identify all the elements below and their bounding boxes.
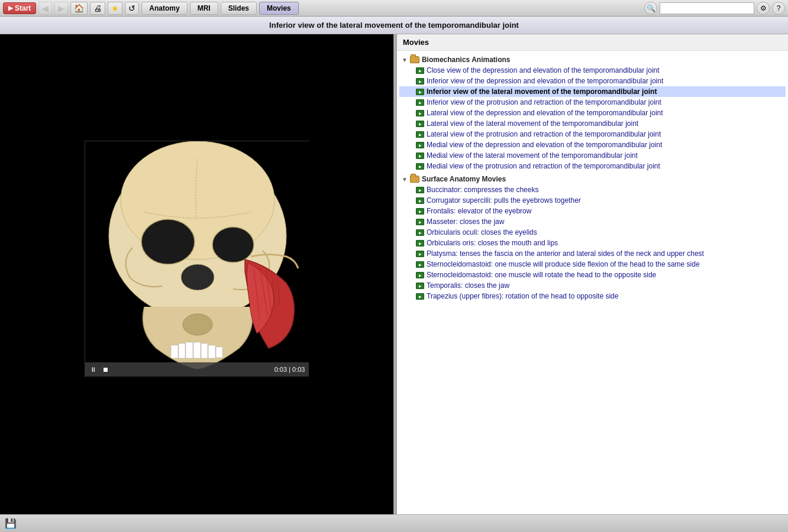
nav-movies[interactable]: Movies bbox=[259, 2, 299, 15]
surface-anatomy-items: Buccinator: compresses the cheeks Corrug… bbox=[399, 184, 786, 301]
list-item[interactable]: Inferior view of the protrusion and retr… bbox=[399, 97, 786, 108]
movie-icon bbox=[416, 219, 424, 225]
movie-icon bbox=[416, 131, 424, 138]
nav-anatomy[interactable]: Anatomy bbox=[141, 2, 187, 15]
movie-icon bbox=[416, 142, 424, 148]
start-label: Start bbox=[15, 4, 31, 12]
list-item[interactable]: Medial view of the lateral movement of t… bbox=[399, 150, 786, 161]
movie-icon bbox=[416, 89, 424, 95]
search-input[interactable] bbox=[660, 2, 754, 14]
video-controls: ⏸ ⏹ 0:03 | 0:03 bbox=[85, 362, 309, 377]
bookmark-button[interactable]: ★ bbox=[108, 2, 122, 15]
forward-button[interactable]: ▶ bbox=[54, 2, 68, 15]
search-icon: 🔍 bbox=[644, 2, 657, 15]
video-container: ⏸ ⏹ 0:03 | 0:03 bbox=[85, 141, 309, 377]
movie-icon bbox=[416, 110, 424, 116]
chevron-biomechanics: ▼ bbox=[402, 57, 408, 63]
skull-illustration bbox=[85, 141, 310, 378]
list-item[interactable]: Medial view of the protrusion and retrac… bbox=[399, 161, 786, 171]
movie-icon bbox=[416, 208, 424, 215]
movie-icon bbox=[416, 261, 424, 268]
svg-rect-8 bbox=[193, 342, 201, 358]
start-button[interactable]: ▶ Start bbox=[3, 2, 36, 14]
list-item[interactable]: Platysma: tenses the fascia on the anter… bbox=[399, 248, 786, 259]
tree-container[interactable]: ▼ Biomechanics Animations Close view of … bbox=[397, 51, 788, 514]
movie-icon bbox=[416, 163, 424, 170]
list-item[interactable]: Sternocleidomastoid: one muscle will pro… bbox=[399, 259, 786, 270]
nav-mri[interactable]: MRI bbox=[190, 2, 218, 15]
folder-surface-anatomy[interactable]: ▼ Surface Anatomy Movies bbox=[399, 174, 786, 184]
list-item[interactable]: Lateral view of the depression and eleva… bbox=[399, 108, 786, 118]
chevron-surface-anatomy: ▼ bbox=[402, 176, 408, 183]
folder-icon-biomechanics bbox=[410, 56, 419, 63]
movie-icon bbox=[416, 187, 424, 193]
list-item[interactable]: Trapezius (upper fibres): rotation of th… bbox=[399, 291, 786, 301]
refresh-button[interactable]: ↺ bbox=[125, 2, 139, 15]
folder-label-biomechanics: Biomechanics Animations bbox=[422, 56, 511, 64]
list-item[interactable]: Lateral view of the lateral movement of … bbox=[399, 118, 786, 129]
movies-header: Movies bbox=[397, 34, 788, 51]
svg-point-2 bbox=[141, 219, 195, 264]
svg-rect-7 bbox=[186, 342, 193, 358]
movie-icon bbox=[416, 229, 424, 236]
movie-icon bbox=[416, 251, 424, 257]
movie-icon bbox=[416, 78, 424, 85]
home-button[interactable]: 🏠 bbox=[70, 2, 88, 15]
right-panel: Movies ▼ Biomechanics Animations Close v… bbox=[396, 34, 788, 514]
list-item[interactable]: Corrugator supercilii: pulls the eyebrow… bbox=[399, 195, 786, 206]
movie-icon bbox=[416, 121, 424, 127]
biomechanics-items: Close view of the depression and elevati… bbox=[399, 65, 786, 171]
folder-label-surface-anatomy: Surface Anatomy Movies bbox=[422, 175, 506, 183]
folder-biomechanics[interactable]: ▼ Biomechanics Animations bbox=[399, 54, 786, 65]
svg-rect-6 bbox=[179, 343, 185, 358]
main-layout: ⏸ ⏹ 0:03 | 0:03 Movies ▼ Biomechanics bbox=[0, 34, 788, 514]
nav-slides[interactable]: Slides bbox=[221, 2, 257, 15]
movie-icon bbox=[416, 99, 424, 106]
svg-point-12 bbox=[183, 314, 212, 335]
folder-icon-surface-anatomy bbox=[410, 176, 419, 183]
list-item[interactable]: Sternocleidomastoid: one muscle will rot… bbox=[399, 270, 786, 280]
back-button[interactable]: ◀ bbox=[38, 2, 52, 15]
svg-rect-9 bbox=[201, 343, 208, 358]
help-button[interactable]: ? bbox=[772, 2, 785, 15]
svg-point-3 bbox=[212, 227, 254, 262]
list-item[interactable]: Close view of the depression and elevati… bbox=[399, 65, 786, 76]
time-display: 0:03 | 0:03 bbox=[274, 366, 305, 373]
movie-icon bbox=[416, 272, 424, 278]
list-item-active[interactable]: Inferior view of the lateral movement of… bbox=[399, 86, 786, 97]
save-icon[interactable]: 💾 bbox=[5, 518, 17, 529]
list-item[interactable]: Inferior view of the depression and elev… bbox=[399, 76, 786, 86]
stop-button[interactable]: ⏹ bbox=[101, 366, 110, 373]
list-item[interactable]: Masseter: closes the jaw bbox=[399, 216, 786, 227]
list-item[interactable]: Medial view of the depression and elevat… bbox=[399, 140, 786, 150]
list-item[interactable]: Buccinator: compresses the cheeks bbox=[399, 184, 786, 195]
list-item[interactable]: Lateral view of the protrusion and retra… bbox=[399, 129, 786, 140]
svg-rect-11 bbox=[216, 347, 222, 358]
section-surface-anatomy: ▼ Surface Anatomy Movies Buccinator: com… bbox=[399, 174, 786, 301]
list-item[interactable]: Frontalis: elevator of the eyebrow bbox=[399, 206, 786, 216]
svg-rect-10 bbox=[208, 345, 215, 358]
pause-button[interactable]: ⏸ bbox=[89, 366, 98, 373]
status-bar: 💾 bbox=[0, 514, 788, 532]
toolbar: ▶ Start ◀ ▶ 🏠 🖨 ★ ↺ Anatomy MRI Slides M… bbox=[0, 0, 788, 17]
print-button[interactable]: 🖨 bbox=[90, 2, 105, 15]
movie-icon bbox=[416, 283, 424, 289]
svg-point-4 bbox=[181, 264, 214, 290]
settings-button[interactable]: ⚙ bbox=[757, 2, 770, 15]
section-biomechanics: ▼ Biomechanics Animations Close view of … bbox=[399, 54, 786, 171]
movie-icon bbox=[416, 197, 424, 204]
list-item[interactable]: Temporalis: closes the jaw bbox=[399, 280, 786, 291]
movie-icon bbox=[416, 67, 424, 74]
svg-rect-5 bbox=[171, 345, 178, 358]
start-icon: ▶ bbox=[8, 5, 13, 11]
movie-icon bbox=[416, 240, 424, 246]
movie-icon bbox=[416, 293, 424, 300]
page-title: Inferior view of the lateral movement of… bbox=[0, 17, 788, 34]
movie-icon bbox=[416, 153, 424, 159]
list-item[interactable]: Orbicularis oculi: closes the eyelids bbox=[399, 227, 786, 238]
left-panel: ⏸ ⏹ 0:03 | 0:03 bbox=[0, 34, 393, 514]
list-item[interactable]: Orbicularis oris: closes the mouth and l… bbox=[399, 238, 786, 248]
